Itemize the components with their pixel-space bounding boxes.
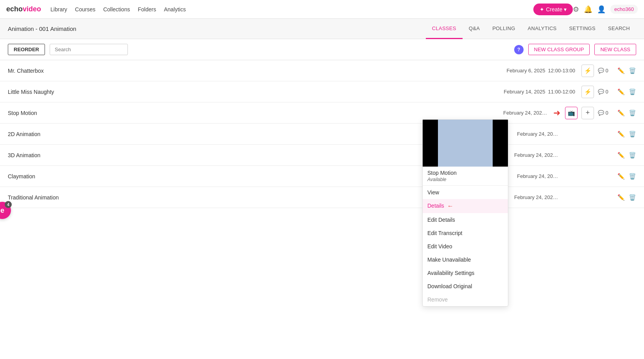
class-name: Claymation — [8, 173, 488, 180]
tab-analytics[interactable]: ANALYTICS — [522, 19, 563, 39]
settings-icon[interactable]: ⚙ — [573, 5, 579, 14]
nav-right: ⚙ 🔔 👤 echo360 — [573, 5, 638, 14]
class-name: Stop Motion — [8, 110, 477, 116]
thumbnail-image — [423, 120, 508, 167]
nav-courses[interactable]: Courses — [75, 6, 95, 13]
plus-button[interactable]: + — [581, 107, 594, 119]
class-actions: ✏️ 🗑️ — [564, 173, 636, 180]
nav-folders[interactable]: Folders — [138, 6, 156, 13]
new-class-group-button[interactable]: NEW CLASS GROUP — [528, 44, 590, 55]
create-button[interactable]: ✦ Create ▾ — [533, 4, 573, 15]
search-input[interactable] — [50, 44, 128, 55]
class-actions: ✏️ 🗑️ — [564, 152, 636, 159]
edit-button[interactable]: ✏️ — [617, 194, 625, 201]
delete-button[interactable]: 🗑️ — [629, 131, 636, 138]
class-actions: ✏️ 🗑️ — [564, 131, 636, 138]
details-arrow: ← — [447, 203, 454, 209]
tab-qa[interactable]: Q&A — [463, 19, 486, 39]
tab-settings[interactable]: SETTINGS — [563, 19, 602, 39]
delete-button[interactable]: 🗑️ — [629, 88, 636, 95]
edit-button[interactable]: ✏️ — [617, 152, 625, 159]
delete-button[interactable]: 🗑️ — [629, 67, 636, 74]
classes-table: Mr. Chatterbox February 6, 2025 12:00-13… — [0, 60, 644, 208]
class-actions: ⚡ 💬 0 ✏️ 🗑️ — [581, 86, 636, 98]
class-actions: ⚡ 💬 0 ✏️ 🗑️ — [581, 65, 636, 77]
page-title: Animation - 001 Animation — [8, 25, 426, 32]
comment-count: 💬 0 — [598, 89, 614, 95]
chat-badge: 4 — [5, 201, 12, 208]
arrow-indicator: ➜ — [553, 108, 560, 118]
menu-item-edit-details[interactable]: Edit Details — [423, 213, 508, 225]
user-badge[interactable]: echo360 — [610, 5, 638, 14]
logo-video: video — [23, 5, 41, 13]
class-date: February 14, 2025 11:00-12:00 — [504, 89, 575, 95]
menu-item-details[interactable]: Details ← — [423, 199, 508, 213]
nav-analytics[interactable]: Analytics — [164, 6, 186, 13]
chat-widget[interactable]: e 4 — [0, 202, 11, 219]
tab-nav: CLASSES Q&A POLLING ANALYTICS SETTINGS S… — [426, 19, 636, 39]
help-icon[interactable]: ? — [514, 45, 524, 54]
comment-count: 💬 0 — [598, 68, 614, 74]
media-icon-button[interactable]: ⚡ — [581, 86, 594, 98]
tab-polling[interactable]: POLLING — [486, 19, 521, 39]
table-row: Little Miss Naughty February 14, 2025 11… — [0, 81, 644, 102]
popup-thumbnail — [423, 120, 508, 167]
table-row: Traditional Animation February 24, 202… … — [0, 187, 644, 208]
table-row: Stop Motion February 24, 202… ➜ 📺 + 💬 0 … — [0, 102, 644, 124]
media-icon-button[interactable]: ⚡ — [581, 65, 594, 77]
reorder-button[interactable]: REORDER — [8, 44, 45, 55]
table-row: 3D Animation February 24, 202… ✏️ 🗑️ — [0, 145, 644, 166]
media-popup-button[interactable]: 📺 — [565, 107, 578, 119]
class-date: February 6, 2025 12:00-13:00 — [505, 68, 575, 74]
class-name: Little Miss Naughty — [8, 89, 504, 95]
delete-button[interactable]: 🗑️ — [629, 152, 636, 159]
nav-collections[interactable]: Collections — [103, 6, 130, 13]
popup-title: Stop Motion — [423, 167, 508, 177]
nav-library[interactable]: Library — [50, 6, 67, 13]
class-date: February 24, 202… — [477, 110, 547, 116]
edit-button[interactable]: ✏️ — [617, 131, 625, 138]
chat-icon-label: e — [0, 206, 4, 215]
delete-button[interactable]: 🗑️ — [629, 173, 636, 180]
delete-button[interactable]: 🗑️ — [629, 109, 636, 117]
tab-classes[interactable]: CLASSES — [426, 19, 463, 39]
tab-search[interactable]: SEARCH — [602, 19, 636, 39]
new-class-button[interactable]: NEW CLASS — [594, 44, 636, 55]
table-row: Mr. Chatterbox February 6, 2025 12:00-13… — [0, 60, 644, 81]
popup-status: Available — [423, 177, 508, 185]
toolbar: REORDER ? NEW CLASS GROUP NEW CLASS — [0, 39, 644, 60]
table-row: 2D Animation February 24, 20… ✏️ 🗑️ — [0, 124, 644, 145]
table-row: Claymation February 24, 20… ✏️ 🗑️ — [0, 166, 644, 187]
edit-button[interactable]: ✏️ — [617, 173, 625, 180]
comment-count: 💬 0 — [598, 110, 614, 116]
user-icon[interactable]: 👤 — [597, 5, 606, 14]
logo[interactable]: echovideo — [6, 5, 41, 13]
class-actions: ➜ 📺 + 💬 0 ✏️ 🗑️ — [553, 107, 636, 119]
edit-button[interactable]: ✏️ — [617, 88, 625, 95]
class-name: Traditional Animation — [8, 194, 488, 201]
edit-button[interactable]: ✏️ — [617, 67, 625, 74]
logo-echo: echo — [6, 5, 23, 13]
menu-item-view[interactable]: View — [423, 186, 508, 199]
delete-button[interactable]: 🗑️ — [629, 194, 636, 201]
edit-button[interactable]: ✏️ — [617, 109, 625, 117]
class-name: 3D Animation — [8, 152, 488, 158]
bell-icon[interactable]: 🔔 — [584, 5, 592, 14]
nav-links: Library Courses Collections Folders Anal… — [50, 6, 533, 13]
class-actions: ✏️ 🗑️ — [564, 194, 636, 201]
class-name: Mr. Chatterbox — [8, 68, 505, 74]
context-menu-popup: Stop Motion Available View Details ← Edi… — [422, 119, 508, 225]
class-name: 2D Animation — [8, 131, 488, 137]
sub-header: Animation - 001 Animation CLASSES Q&A PO… — [0, 19, 644, 39]
top-nav: echovideo Library Courses Collections Fo… — [0, 0, 644, 19]
